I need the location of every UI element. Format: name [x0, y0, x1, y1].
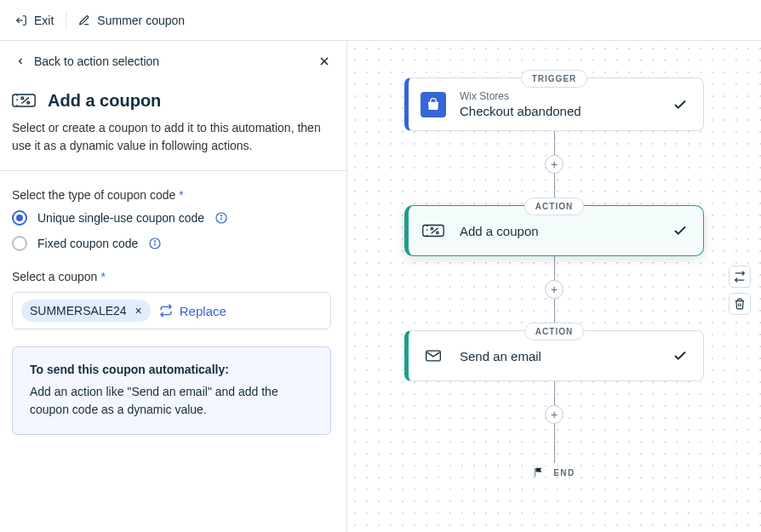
radio-fixed-label: Fixed coupon code — [37, 237, 138, 250]
section-head: Add a coupon Select or create a coupon t… — [0, 82, 346, 170]
radio-unique-label: Unique single-use coupon code — [37, 211, 204, 225]
replace-icon — [159, 304, 173, 317]
svg-rect-13 — [423, 226, 443, 237]
connector-line — [554, 256, 555, 280]
section-title-row: Add a coupon — [12, 90, 331, 111]
delete-button[interactable] — [729, 293, 751, 315]
info-icon[interactable] — [215, 211, 228, 225]
back-button[interactable]: Back to action selection — [15, 54, 159, 68]
svg-line-6 — [21, 98, 29, 104]
main-area: Back to action selection Add a coupon Se… — [0, 41, 761, 532]
topbar-divider — [66, 12, 66, 29]
coupon-card-icon — [421, 218, 446, 243]
svg-rect-17 — [426, 351, 441, 361]
tip-title: To send this coupon automatically: — [30, 363, 313, 376]
check-icon — [672, 348, 688, 363]
replace-button[interactable]: Replace — [159, 304, 226, 318]
exit-button[interactable]: Exit — [15, 14, 54, 27]
pencil-icon — [78, 14, 90, 26]
trash-icon — [734, 298, 746, 310]
end-marker: END — [533, 466, 575, 478]
check-icon — [672, 223, 688, 238]
radio-icon — [12, 210, 27, 226]
top-bar: Exit Summer coupon — [0, 0, 761, 41]
close-icon — [318, 54, 331, 68]
swap-button[interactable] — [729, 266, 751, 288]
connector-line — [554, 424, 555, 463]
connector-line — [554, 299, 555, 323]
close-button[interactable] — [318, 54, 331, 68]
coupon-card-text: Add a coupon — [460, 224, 539, 238]
email-card-title: Send an email — [460, 349, 541, 363]
trigger-badge: TRIGGER — [521, 70, 588, 88]
action-badge: ACTION — [524, 323, 584, 340]
type-label: Select the type of coupon code* — [12, 188, 331, 202]
config-panel: Back to action selection Add a coupon Se… — [0, 41, 347, 532]
flag-icon — [533, 466, 545, 478]
selected-coupon-chip: SUMMERSALE24 × — [21, 300, 151, 322]
svg-rect-3 — [13, 94, 35, 106]
wix-stores-icon — [421, 92, 446, 117]
svg-point-9 — [221, 215, 222, 216]
svg-point-12 — [155, 241, 156, 242]
add-step-button[interactable]: + — [545, 280, 564, 299]
email-icon — [421, 343, 446, 369]
selected-coupon-code: SUMMERSALE24 — [30, 304, 127, 317]
radio-unique[interactable]: Unique single-use coupon code — [12, 210, 331, 226]
coupon-type-radio-group: Unique single-use coupon code Fixed coup… — [12, 210, 331, 251]
connector-line — [554, 131, 555, 155]
trigger-subtitle: Wix Stores — [460, 90, 581, 102]
panel-header: Back to action selection — [0, 41, 346, 82]
radio-fixed[interactable]: Fixed coupon code — [12, 236, 331, 251]
check-icon — [672, 97, 688, 112]
info-icon[interactable] — [148, 237, 162, 250]
connector-line — [554, 174, 555, 197]
email-card-text: Send an email — [460, 349, 541, 363]
required-asterisk: * — [179, 188, 183, 202]
coupon-selector[interactable]: SUMMERSALE24 × Replace — [12, 292, 331, 329]
node-side-actions — [729, 266, 751, 315]
action-badge: ACTION — [524, 197, 584, 215]
chevron-left-icon — [15, 56, 26, 66]
exit-icon — [15, 14, 27, 26]
svg-point-5 — [27, 101, 30, 104]
required-asterisk: * — [100, 270, 105, 283]
form-area: Select the type of coupon code* Unique s… — [0, 171, 346, 450]
panel-title: Add a coupon — [48, 91, 161, 111]
svg-point-14 — [431, 227, 432, 229]
end-label: END — [553, 468, 575, 478]
svg-line-16 — [432, 228, 438, 234]
remove-chip-button[interactable]: × — [135, 305, 142, 317]
add-step-button[interactable]: + — [545, 155, 564, 174]
add-step-button[interactable]: + — [545, 405, 564, 424]
exit-label: Exit — [34, 14, 54, 27]
automation-canvas[interactable]: TRIGGER Wix Stores Checkout abandoned + … — [347, 41, 761, 532]
svg-point-15 — [437, 232, 438, 233]
connector-line — [554, 381, 555, 405]
trigger-card-text: Wix Stores Checkout abandoned — [460, 90, 581, 118]
tip-box: To send this coupon automatically: Add a… — [12, 346, 331, 435]
tip-body: Add an action like "Send an email" and a… — [30, 383, 313, 419]
panel-description: Select or create a coupon to add it to t… — [12, 119, 331, 155]
flow-column: TRIGGER Wix Stores Checkout abandoned + … — [347, 70, 761, 478]
automation-title-text: Summer coupon — [97, 14, 185, 27]
select-coupon-label: Select a coupon* — [12, 270, 331, 283]
swap-icon — [734, 271, 746, 283]
trigger-title: Checkout abandoned — [460, 104, 581, 118]
back-label: Back to action selection — [34, 54, 159, 68]
automation-title-button[interactable]: Summer coupon — [78, 14, 185, 27]
radio-icon — [12, 236, 27, 251]
svg-point-4 — [21, 97, 24, 100]
replace-label: Replace — [180, 304, 226, 318]
coupon-card-title: Add a coupon — [460, 224, 539, 238]
coupon-icon — [12, 90, 36, 111]
